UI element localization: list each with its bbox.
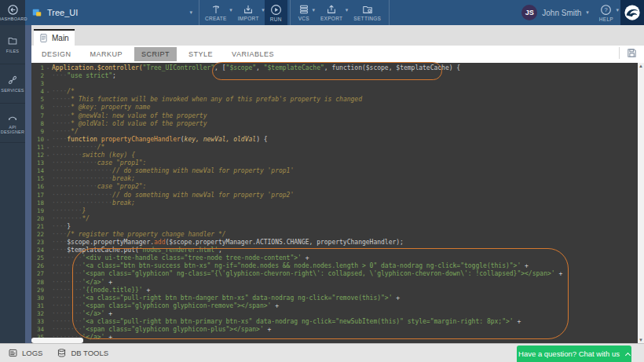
code-line-32[interactable]: 32········'</a>' +	[31, 310, 638, 318]
db-tools-button[interactable]: DB TOOLS	[57, 348, 108, 358]
code-line-3[interactable]: 3	[31, 80, 638, 88]
subtab-markup[interactable]: MARKUP	[83, 47, 130, 61]
line-number: 17	[31, 192, 44, 199]
code-line-22[interactable]: 22····/* register the property change ha…	[31, 231, 638, 239]
navbar-item-label: CREATE	[205, 16, 227, 21]
settings-icon	[362, 4, 373, 15]
code-text: ········'<a class="pull-right btn btn-pr…	[52, 318, 638, 326]
code-line-17[interactable]: 17················// do something with n…	[31, 192, 638, 199]
line-number: 4	[31, 88, 44, 96]
line-number: 12	[31, 152, 44, 159]
code-line-2[interactable]: 2····"use strict";	[31, 72, 638, 80]
sidebar-item-services[interactable]: SERVICES	[0, 64, 25, 104]
navbar-item-vcs[interactable]: VCS▾	[293, 0, 315, 25]
fold-gutter	[44, 207, 52, 215]
chevron-down-icon: ▾	[616, 7, 619, 13]
fold-gutter	[44, 270, 52, 278]
code-line-31[interactable]: 31········'<span class="glyphicon glyphi…	[31, 302, 638, 310]
code-text: ················// do something with new…	[52, 192, 638, 199]
chevron-down-icon: ▾	[189, 9, 192, 16]
code-line-10[interactable]: 10-····function propertyChangeHandler(ke…	[31, 136, 638, 144]
code-line-13[interactable]: 13············case "prop1":	[31, 159, 638, 167]
code-line-4[interactable]: 4-····/*	[31, 88, 638, 96]
code-text: ·····* This function will be invoked whe…	[52, 96, 638, 104]
code-text: ····function propertyChangeHandler(key, …	[52, 136, 638, 144]
code-text: ········'</a>' +	[52, 279, 638, 287]
navbar-item-label: SETTINGS	[353, 16, 381, 21]
line-number: 16	[31, 183, 44, 191]
chat-widget-button[interactable]: Have a question? Chat with us	[517, 346, 631, 362]
code-line-11[interactable]: 11-············/*	[31, 144, 638, 152]
subtab-variables[interactable]: VARIABLES	[225, 47, 281, 61]
subtab-style[interactable]: STYLE	[181, 47, 220, 61]
save-button[interactable]	[619, 47, 638, 59]
fold-gutter	[44, 287, 52, 294]
tab-main[interactable]: Main	[34, 29, 75, 46]
chat-label: Have a question? Chat with us	[518, 349, 620, 358]
code-line-7[interactable]: 7·····* @newVal: new value of the proper…	[31, 112, 638, 120]
dashboard-icon	[7, 4, 19, 16]
sidebar-item-files[interactable]: FILES	[0, 25, 25, 64]
project-selector[interactable]: Tree_UI ▾	[25, 0, 199, 25]
dashboard-button[interactable]: DASHBOARD	[0, 0, 25, 25]
subtab-design[interactable]: DESIGN	[35, 47, 79, 61]
code-line-14[interactable]: 14················// do something with n…	[31, 167, 638, 175]
services-icon	[7, 75, 18, 86]
chevron-up-icon	[625, 352, 631, 357]
help-icon: ?	[600, 4, 612, 16]
navbar-item-run[interactable]: RUN	[265, 0, 287, 25]
line-number: 11	[31, 144, 44, 152]
code-line-21[interactable]: 21····}	[31, 223, 638, 231]
code-line-15[interactable]: 15················break;	[31, 175, 638, 183]
code-line-1[interactable]: 1-Application.$controller("Tree_UIContro…	[31, 64, 638, 72]
subtab-script[interactable]: SCRIPT	[134, 47, 177, 61]
horizontal-scrollbar[interactable]	[31, 338, 83, 343]
line-number: 3	[31, 80, 44, 88]
scroll-up-icon[interactable]: ▲	[638, 64, 644, 68]
user-menu[interactable]: JS John Smith ▾	[517, 0, 594, 25]
code-line-27[interactable]: 27········'<span class="glyphicon" ng-cl…	[31, 270, 638, 278]
code-line-18[interactable]: 18················break;	[31, 199, 638, 207]
code-line-23[interactable]: 23····$scope.propertyManager.add($scope.…	[31, 239, 638, 247]
fold-marker-icon[interactable]: -	[44, 88, 52, 96]
code-line-34[interactable]: 34········'<span class="glyphicon glyphi…	[31, 326, 638, 334]
code-line-20[interactable]: 20········*/	[31, 215, 638, 223]
help-button[interactable]: ? HELP ▾	[594, 0, 619, 25]
fold-marker-icon[interactable]: -	[44, 136, 52, 144]
code-line-16[interactable]: 16············case "prop2":	[31, 183, 638, 191]
fold-marker-icon[interactable]: -	[44, 152, 52, 159]
code-line-29[interactable]: 29········'{{node.title}}' +	[31, 287, 638, 294]
vertical-scrollbar[interactable]: ▲ ▼	[638, 63, 644, 343]
line-number: 33	[31, 318, 44, 326]
code-line-9[interactable]: 9·····*/	[31, 128, 638, 136]
code-line-19[interactable]: 19········}	[31, 207, 638, 215]
logs-button[interactable]: LOGS	[8, 348, 42, 358]
code-line-28[interactable]: 28········'</a>' +	[31, 279, 638, 287]
code-line-26[interactable]: 26········'<a class="btn btn-success btn…	[31, 262, 638, 270]
fold-gutter	[44, 128, 52, 136]
navbar-item-import[interactable]: IMPORT▾	[232, 0, 265, 25]
code-line-6[interactable]: 6·····* @key: property name	[31, 104, 638, 112]
code-line-35[interactable]: 35········'</a>' +	[31, 334, 638, 342]
code-line-30[interactable]: 30········'<a class="pull-right btn btn-…	[31, 294, 638, 302]
navbar-item-label: RUN	[270, 16, 282, 22]
fold-marker-icon[interactable]: -	[44, 64, 52, 72]
navbar-item-create[interactable]: CREATE▾	[199, 0, 232, 25]
code-line-8[interactable]: 8·····* @oldVal: old value of the proper…	[31, 120, 638, 128]
code-line-33[interactable]: 33········'<a class="pull-right btn btn-…	[31, 318, 638, 326]
sidebar-item-api-designer[interactable]: API DESIGNER	[0, 104, 25, 143]
project-name: Tree_UI	[47, 8, 189, 17]
code-editor[interactable]: 1-Application.$controller("Tree_UIContro…	[31, 63, 638, 343]
navbar-item-settings[interactable]: SETTINGS	[348, 0, 386, 25]
line-number: 8	[31, 120, 44, 128]
fold-marker-icon[interactable]: -	[44, 144, 52, 152]
code-line-24[interactable]: 24····$templateCache.put('nodes_renderer…	[31, 247, 638, 254]
code-line-25[interactable]: 25········'<div ui-tree-handle class="tr…	[31, 254, 638, 262]
code-line-12[interactable]: 12-········switch (key) {	[31, 152, 638, 159]
navbar-item-label: VCS	[298, 16, 309, 21]
navbar-item-export[interactable]: EXPORT▾	[315, 0, 348, 25]
code-line-5[interactable]: 5·····* This function will be invoked wh…	[31, 96, 638, 104]
fold-gutter	[44, 159, 52, 167]
code-text	[52, 80, 638, 88]
scroll-down-icon[interactable]: ▼	[638, 338, 644, 342]
